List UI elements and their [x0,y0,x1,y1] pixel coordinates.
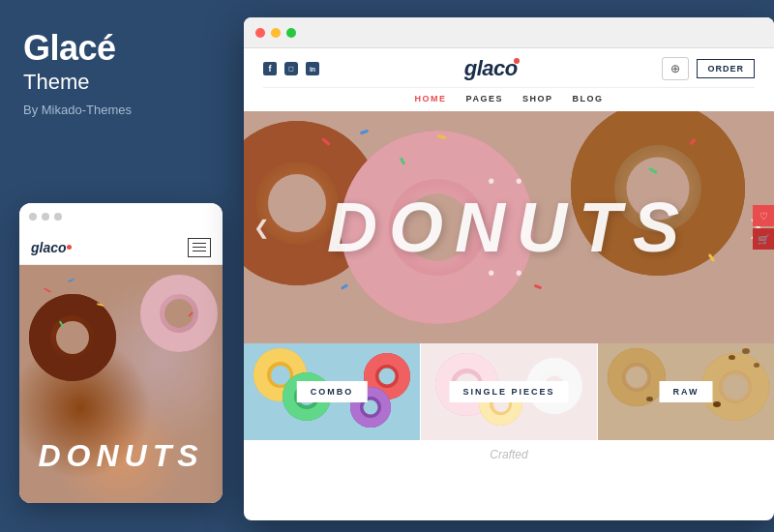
nav-shop[interactable]: SHOP [522,94,553,103]
facebook-icon[interactable]: f [263,62,277,75]
single-label: SINGLE PIECES [449,381,568,402]
linkedin-icon[interactable]: in [306,62,319,75]
site-header-top: f ◻ in glaco ⊕ ORDER [263,56,755,87]
nav-blog[interactable]: BLOG [572,94,603,103]
left-panel: Glacé Theme By Mikado-Themes glaco [0,0,240,532]
combo-label: COMBO [297,381,368,402]
logo-accent [514,58,520,64]
product-card-raw[interactable]: RAW [598,343,774,440]
site-footer-note: Crafted [244,440,774,469]
site-nav: HOME PAGES SHOP BLOG [263,87,755,111]
hero-text-overlay: • • DONUTS • • [327,170,691,284]
mobile-hero-text: DONUTS [19,438,223,474]
theme-subtitle: Theme [23,70,217,95]
site-header: f ◻ in glaco ⊕ ORDER HOME PAGES SHOP BLO… [244,48,774,111]
raw-label: RAW [660,381,713,402]
sprinkle [534,284,543,290]
browser-dot-2 [271,28,281,38]
sprinkle [360,130,369,135]
site-logo: glaco [464,56,518,81]
header-right: ⊕ ORDER [662,57,755,80]
instagram-icon[interactable]: ◻ [284,62,298,75]
cart-icon[interactable]: ⊕ [662,57,689,80]
sprinkle [44,287,51,293]
product-grid: COMBO SINGLE PIECES [244,343,774,440]
product-card-single[interactable]: SINGLE PIECES [421,343,597,440]
hero-sidebar-heart[interactable]: ♡ [753,205,774,226]
mobile-logo: glaco [31,240,72,255]
sprinkle [341,283,348,290]
order-button[interactable]: ORDER [697,59,755,78]
browser-dot-1 [255,28,265,38]
mobile-dot-2 [42,213,49,221]
nav-pages[interactable]: PAGES [466,94,503,103]
browser-top-bar [244,17,774,48]
hero-sidebar-cart[interactable]: 🛒 [753,228,774,250]
mobile-top-bar [19,203,223,230]
mobile-menu-icon[interactable] [188,238,211,257]
mobile-header: glaco [19,230,223,265]
theme-title: Glacé [23,29,217,68]
hero-prev-arrow[interactable]: ❮ [253,216,270,239]
mobile-donut-dark [29,294,116,381]
mobile-hero: DONUTS [19,265,223,503]
social-icons: f ◻ in [263,62,319,75]
logo-accent-dot [67,245,72,250]
product-card-combo[interactable]: COMBO [244,343,420,440]
mobile-donut-pink [140,275,218,352]
mobile-preview: glaco [19,203,223,503]
hero-main-text: DONUTS [327,192,691,262]
sprinkle [68,279,74,282]
nav-home[interactable]: HOME [415,94,447,103]
hero-banner: • • DONUTS • • ❮ ❯ ♡ 🛒 [244,111,774,343]
browser-preview: f ◻ in glaco ⊕ ORDER HOME PAGES SHOP BLO… [244,17,774,520]
theme-author: By Mikado-Themes [23,103,217,117]
hero-sidebar-icons: ♡ 🛒 [753,205,774,250]
browser-dot-3 [286,28,296,38]
mobile-dot-1 [29,213,37,221]
mobile-dot-3 [54,213,62,221]
